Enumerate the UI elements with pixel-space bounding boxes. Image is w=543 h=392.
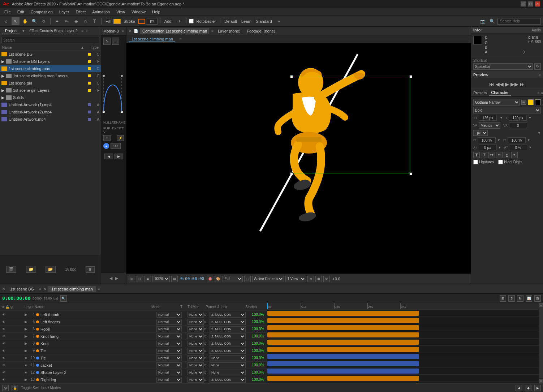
vis-eye[interactable]: 👁	[1, 349, 6, 353]
expand-arrow[interactable]: ▶	[1, 74, 4, 78]
char-bg-swatch[interactable]	[535, 99, 541, 105]
comp-tab-footage[interactable]: Footage: (none)	[245, 28, 277, 34]
tab-project[interactable]: Project	[2, 28, 20, 34]
timeline-playhead[interactable]	[267, 303, 268, 309]
fmt-all-caps[interactable]: TT	[488, 152, 495, 158]
maximize-button[interactable]: □	[528, 1, 533, 7]
project-item[interactable]: ▶ 1st scene girl Layers F	[0, 87, 101, 94]
fill-color[interactable]	[113, 19, 121, 24]
tl-solo-btn[interactable]: S	[508, 295, 515, 302]
hand-tool[interactable]: ✋	[21, 17, 29, 25]
tl-close-main[interactable]: ✕	[43, 287, 46, 291]
view-select[interactable]: 1 View 2 Views 4 Views	[285, 276, 306, 282]
char-color-swatch[interactable]	[528, 99, 534, 105]
motion-ease[interactable]: ⋯	[112, 38, 119, 45]
vis-eye[interactable]: 👁	[1, 370, 6, 375]
bar-4[interactable]	[267, 311, 419, 316]
leading-arrow[interactable]: ▼	[528, 116, 531, 120]
layer-mode[interactable]: Normal	[156, 348, 182, 354]
prev-back-btn[interactable]: ◀◀	[496, 81, 504, 87]
stroke-color[interactable]	[138, 19, 145, 24]
project-item[interactable]: ▶ 1st scene climbing man Layers F	[0, 72, 101, 79]
layer-expand[interactable]: ★	[23, 370, 29, 374]
tl-add-keyframe[interactable]: ◆	[525, 385, 531, 391]
layer-expand[interactable]: ★	[23, 356, 29, 360]
fmt-italic[interactable]: T	[481, 152, 487, 158]
resolution-select[interactable]: Full Half Quarter	[223, 276, 243, 282]
layer-trkmat[interactable]: None	[188, 312, 204, 318]
vis-eye[interactable]: 👁	[1, 378, 6, 382]
bar-6[interactable]	[267, 325, 419, 330]
expand-toolbar[interactable]: »	[275, 17, 283, 25]
excite-btn[interactable]: ⚡	[117, 135, 124, 141]
fmt-sub[interactable]: T,	[511, 152, 518, 158]
layer-parent[interactable]: None	[210, 362, 246, 368]
tab-effect-controls[interactable]: Effect Controls Shape Layer 2	[26, 28, 80, 34]
comp-subtab-menu[interactable]: ≡	[180, 37, 182, 41]
layer-mode[interactable]: Normal	[156, 319, 182, 325]
minimize-button[interactable]: —	[521, 1, 526, 7]
baseline-input[interactable]	[479, 145, 497, 150]
search-help-input[interactable]	[497, 18, 541, 25]
expand-arrow[interactable]: ▶	[1, 88, 4, 93]
handle-tr[interactable]	[409, 75, 412, 78]
text-tool[interactable]: T	[91, 17, 99, 25]
motion-paste[interactable]: ▶	[115, 154, 123, 159]
menu-edit[interactable]: Edit	[14, 9, 27, 15]
tracking-input[interactable]	[509, 122, 527, 128]
vis-eye[interactable]: 👁	[1, 341, 6, 346]
tl-flow-btn[interactable]: ⊡	[534, 295, 541, 302]
bar-13[interactable]	[267, 376, 419, 381]
layer-trkmat[interactable]: None	[188, 377, 204, 383]
snap-keyframe-btn[interactable]: 🎯	[207, 276, 213, 282]
shortcut-reset[interactable]: ↻	[534, 63, 541, 70]
select-tool[interactable]: ↖	[12, 17, 20, 25]
search-toolbar[interactable]: 🔍	[488, 17, 496, 25]
pen-tool[interactable]: ✒	[53, 17, 61, 25]
tl-graph-btn[interactable]: 📊	[526, 295, 532, 302]
info-section-header[interactable]: Info ≡ Audio	[471, 27, 543, 34]
info-menu[interactable]: ≡	[480, 28, 483, 32]
vis-eye[interactable]: 👁	[1, 356, 6, 360]
bar-9[interactable]	[267, 347, 419, 352]
layer-mode[interactable]: Normal	[156, 341, 182, 346]
rotate-tool[interactable]: ↻	[40, 17, 48, 25]
footage-btn[interactable]: 📁	[26, 266, 36, 273]
layer-trkmat[interactable]: None	[188, 370, 204, 375]
stamp-tool[interactable]: ◈	[72, 17, 80, 25]
close-button[interactable]: ✕	[535, 1, 540, 7]
delete-btn[interactable]: 🗑	[86, 266, 95, 273]
tl-snap-btn[interactable]: ⊞	[500, 295, 506, 302]
units-select[interactable]: - px	[473, 130, 488, 136]
preview-section-header[interactable]: Preview ≡	[471, 72, 543, 78]
layer-expand[interactable]: ▶	[23, 327, 29, 331]
project-item[interactable]: 1st scene girl C	[0, 79, 101, 87]
layer-mode[interactable]: Normal	[156, 355, 182, 361]
baseline-arrow[interactable]: ▼	[498, 146, 501, 149]
add-btn[interactable]: +	[176, 17, 184, 25]
tsf-arrow[interactable]: ▼	[529, 146, 532, 149]
layer-trkmat[interactable]: None	[188, 355, 204, 361]
menu-help[interactable]: Help	[149, 9, 163, 15]
horiz-scale-arrow[interactable]: ▼	[527, 138, 530, 142]
motion-add[interactable]: UU	[111, 143, 121, 149]
tl-scroll-up[interactable]: ▲	[539, 303, 543, 307]
hindi-digits-checkbox[interactable]	[498, 160, 503, 164]
units-arrow[interactable]: ▼	[538, 131, 541, 135]
new-folder-btn[interactable]: 📂	[46, 266, 56, 273]
bar-11[interactable]	[267, 361, 419, 366]
tl-layer-row[interactable]: 👁 ▶ 7 Knot hang Normal None ⊙ 2. NULL CO…	[0, 333, 267, 340]
menu-effect[interactable]: Effect	[73, 9, 89, 15]
brush-tool[interactable]: ✏	[63, 17, 70, 25]
interpret-btn[interactable]: 🎬	[6, 266, 16, 273]
tl-layer-row[interactable]: 👁 ★ 12 Shape Layer 3 Normal None ⊙ None …	[0, 369, 267, 376]
panel-expand-icon[interactable]: »	[86, 29, 88, 33]
comp-snap-btn[interactable]: ⊞	[129, 276, 135, 282]
project-item[interactable]: Untitled-Artwork (1).mp4 A	[0, 101, 101, 108]
leading-input[interactable]	[509, 115, 527, 121]
tl-close-bg[interactable]: ✕	[2, 287, 5, 291]
prev-last-btn[interactable]: ⏭	[520, 81, 525, 87]
camera-icon[interactable]: 📷	[479, 17, 487, 25]
expand-arrow[interactable]: ▶	[1, 95, 4, 100]
layer-mode[interactable]: Normal	[156, 312, 182, 318]
